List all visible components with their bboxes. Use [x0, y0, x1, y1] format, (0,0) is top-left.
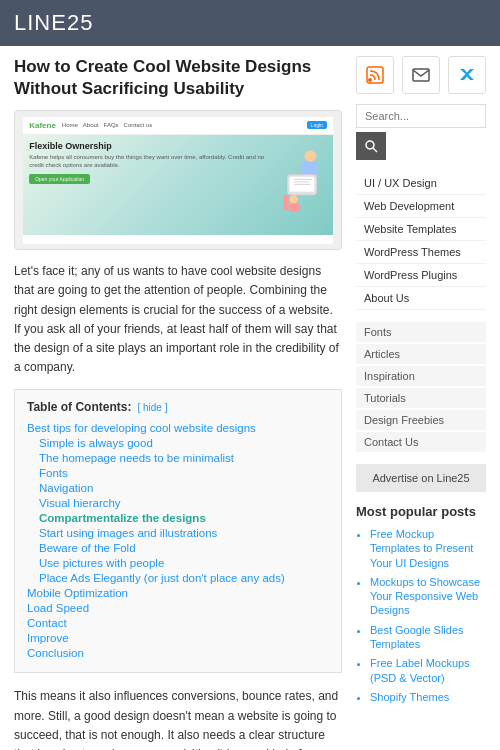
rss-icon[interactable] — [356, 56, 394, 94]
mockup-cta[interactable]: Open your Application — [29, 174, 90, 184]
site-logo[interactable]: LINE25 — [14, 10, 486, 36]
mockup-headline: Flexible Ownership — [29, 141, 277, 151]
svg-point-14 — [366, 141, 374, 149]
toc-link[interactable]: Navigation — [39, 482, 93, 494]
mockup-text-block: Flexible Ownership Kafene helps all cons… — [29, 141, 277, 185]
toc-hide-button[interactable]: [ hide ] — [137, 402, 167, 413]
svg-rect-13 — [413, 69, 429, 81]
email-icon[interactable] — [402, 56, 440, 94]
logo-number: 25 — [67, 10, 93, 35]
svg-rect-9 — [284, 195, 289, 210]
toc-item: Fonts — [27, 467, 329, 479]
popular-posts-title: Most popular posts — [356, 504, 486, 519]
popular-posts-list: Free Mockup Templates to Present Your UI… — [356, 527, 486, 704]
toc-link[interactable]: Place Ads Elegantly (or just don't place… — [39, 572, 285, 584]
toc-item: Simple is always good — [27, 437, 329, 449]
content-area: How to Create Cool Website Designs Witho… — [14, 56, 342, 750]
toc-item: Mobile Optimization — [27, 587, 329, 599]
mockup-nav: Kafene Home About FAQs Contact us Login — [23, 117, 333, 135]
toc-item: Use pictures with people — [27, 557, 329, 569]
article-body: This means it also influences conversion… — [14, 687, 342, 750]
toc-link[interactable]: Load Speed — [27, 602, 89, 614]
sidebar-secondary-item[interactable]: Inspiration — [356, 366, 486, 386]
toc-item: Load Speed — [27, 602, 329, 614]
twitter-icon[interactable] — [448, 56, 486, 94]
popular-post-item[interactable]: Shopify Themes — [370, 690, 486, 704]
popular-post-item[interactable]: Free Mockup Templates to Present Your UI… — [370, 527, 486, 570]
sidebar-nav-item[interactable]: About Us — [356, 287, 486, 310]
svg-point-12 — [368, 78, 372, 82]
toc-link[interactable]: Improve — [27, 632, 69, 644]
toc-link[interactable]: Visual hierarchy — [39, 497, 121, 509]
svg-rect-8 — [289, 203, 299, 211]
toc-link[interactable]: Use pictures with people — [39, 557, 164, 569]
popular-post-item[interactable]: Mockups to Showcase Your Responsive Web … — [370, 575, 486, 618]
toc-link[interactable]: Contact — [27, 617, 67, 629]
search-box — [356, 104, 486, 160]
sidebar-secondary-item[interactable]: Articles — [356, 344, 486, 364]
advertise-box[interactable]: Advertise on Line25 — [356, 464, 486, 492]
sidebar-secondary-item[interactable]: Contact Us — [356, 432, 486, 452]
search-button[interactable] — [356, 132, 386, 160]
toc-link[interactable]: Beware of the Fold — [39, 542, 136, 554]
mockup-logo: Kafene — [29, 121, 56, 130]
toc-item: Conclusion — [27, 647, 329, 659]
toc-item: Improve — [27, 632, 329, 644]
toc-link[interactable]: The homepage needs to be minimalist — [39, 452, 234, 464]
header: LINE25 — [0, 0, 500, 46]
article-title: How to Create Cool Website Designs Witho… — [14, 56, 342, 100]
sidebar-secondary-section: FontsArticlesInspirationTutorialsDesign … — [356, 322, 486, 452]
main-layout: How to Create Cool Website Designs Witho… — [0, 46, 500, 750]
toc-link[interactable]: Simple is always good — [39, 437, 153, 449]
sidebar-nav: UI / UX DesignWeb DevelopmentWebsite Tem… — [356, 172, 486, 310]
hero-image: Kafene Home About FAQs Contact us Login … — [14, 110, 342, 250]
mockup-nav-links: Home About FAQs Contact us — [62, 122, 152, 128]
toc-link[interactable]: Start using images and illustrations — [39, 527, 217, 539]
toc-item: Start using images and illustrations — [27, 527, 329, 539]
sidebar-secondary-item[interactable]: Fonts — [356, 322, 486, 342]
article-intro: Let's face it; any of us wants to have c… — [14, 262, 342, 377]
sidebar-nav-item[interactable]: WordPress Themes — [356, 241, 486, 264]
mockup-nav-btn: Login — [307, 121, 327, 129]
toc-link[interactable]: Mobile Optimization — [27, 587, 128, 599]
toc-header: Table of Contents: [ hide ] — [27, 400, 329, 414]
toc-link[interactable]: Compartmentalize the designs — [39, 512, 206, 524]
search-input[interactable] — [356, 104, 486, 128]
sidebar-nav-item[interactable]: WordPress Plugins — [356, 264, 486, 287]
toc-item: Navigation — [27, 482, 329, 494]
toc-item: Compartmentalize the designs — [27, 512, 329, 524]
table-of-contents: Table of Contents: [ hide ] Best tips fo… — [14, 389, 342, 673]
toc-link[interactable]: Fonts — [39, 467, 68, 479]
toc-list: Best tips for developing cool website de… — [27, 422, 329, 659]
sidebar-secondary-item[interactable]: Design Freebies — [356, 410, 486, 430]
toc-item: Place Ads Elegantly (or just don't place… — [27, 572, 329, 584]
popular-post-item[interactable]: Best Google Slides Templates — [370, 623, 486, 652]
toc-label: Table of Contents: — [27, 400, 131, 414]
toc-item: The homepage needs to be minimalist — [27, 452, 329, 464]
mockup-body-text: Kafene helps all consumers buy the thing… — [29, 154, 277, 170]
article-body-paragraph-1: This means it also influences conversion… — [14, 687, 342, 750]
social-icons — [356, 56, 486, 94]
popular-posts-section: Most popular posts Free Mockup Templates… — [356, 504, 486, 704]
mockup-illustration — [277, 141, 327, 216]
sidebar-nav-item[interactable]: Web Development — [356, 195, 486, 218]
toc-link[interactable]: Best tips for developing cool website de… — [27, 422, 256, 434]
sidebar-secondary-item[interactable]: Tutorials — [356, 388, 486, 408]
svg-line-10 — [299, 201, 304, 206]
mockup-preview: Kafene Home About FAQs Contact us Login … — [23, 117, 333, 244]
sidebar-nav-item[interactable]: UI / UX Design — [356, 172, 486, 195]
svg-line-15 — [373, 148, 377, 152]
mockup-hero-area: Flexible Ownership Kafene helps all cons… — [23, 135, 333, 235]
svg-point-0 — [304, 150, 316, 162]
sidebar-nav-item[interactable]: Website Templates — [356, 218, 486, 241]
popular-post-item[interactable]: Free Label Mockups (PSD & Vector) — [370, 656, 486, 685]
svg-point-7 — [289, 195, 297, 203]
toc-item: Contact — [27, 617, 329, 629]
toc-link[interactable]: Conclusion — [27, 647, 84, 659]
logo-line: LINE — [14, 10, 67, 35]
toc-item: Visual hierarchy — [27, 497, 329, 509]
toc-item: Beware of the Fold — [27, 542, 329, 554]
toc-item: Best tips for developing cool website de… — [27, 422, 329, 434]
sidebar: UI / UX DesignWeb DevelopmentWebsite Tem… — [356, 56, 486, 750]
